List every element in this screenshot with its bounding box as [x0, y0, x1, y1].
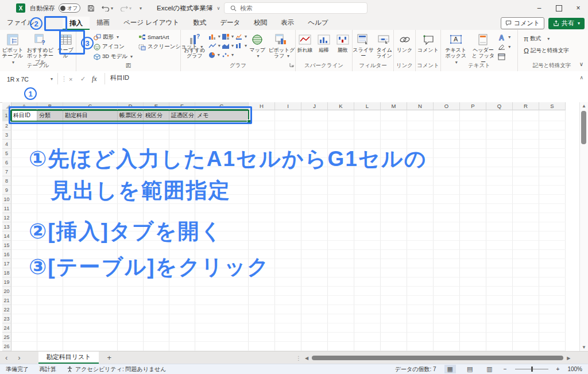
- cell-K18[interactable]: [328, 268, 354, 277]
- zoom-level[interactable]: 100%: [567, 366, 582, 372]
- cell-F26[interactable]: [169, 342, 195, 351]
- equation-button[interactable]: π 数式 ▾: [524, 34, 569, 43]
- view-normal-button[interactable]: ▦: [444, 365, 456, 373]
- cell-R8[interactable]: [513, 176, 539, 186]
- cell-C1[interactable]: 勘定科目: [63, 110, 118, 121]
- row-header-26[interactable]: 26: [2, 342, 11, 351]
- cell-J17[interactable]: [301, 259, 328, 268]
- cell-Q5[interactable]: [486, 149, 513, 158]
- cell-R16[interactable]: [513, 250, 539, 259]
- cell-S9[interactable]: [539, 186, 566, 195]
- cell-M20[interactable]: [381, 287, 407, 296]
- cell-A24[interactable]: [11, 323, 37, 333]
- cell-I19[interactable]: [275, 277, 301, 287]
- row-header-11[interactable]: 11: [2, 204, 11, 213]
- cell-S5[interactable]: [539, 149, 566, 158]
- cell-E25[interactable]: [144, 333, 169, 342]
- cell-N1[interactable]: [407, 110, 434, 121]
- cell-H13[interactable]: [249, 222, 275, 232]
- cell-P8[interactable]: [460, 176, 486, 186]
- cell-M14[interactable]: [381, 232, 407, 241]
- column-header-B[interactable]: B: [37, 102, 63, 110]
- cell-O9[interactable]: [434, 186, 460, 195]
- cell-P12[interactable]: [460, 213, 486, 222]
- cell-R12[interactable]: [513, 213, 539, 222]
- row-header-13[interactable]: 13: [2, 222, 11, 232]
- cell-K10[interactable]: [328, 195, 354, 204]
- cell-E3[interactable]: [144, 130, 169, 140]
- textbox-button[interactable]: A テキスト ボックス ▾: [443, 31, 469, 65]
- cell-K21[interactable]: [328, 296, 354, 305]
- row-header-12[interactable]: 12: [2, 213, 11, 222]
- cell-Q10[interactable]: [486, 195, 513, 204]
- cell-O14[interactable]: [434, 232, 460, 241]
- cell-A21[interactable]: [11, 296, 37, 305]
- cell-S19[interactable]: [539, 277, 566, 287]
- cell-F1[interactable]: 証憑区分: [169, 110, 195, 121]
- cell-N10[interactable]: [407, 195, 434, 204]
- cell-L10[interactable]: [354, 195, 381, 204]
- cell-A1[interactable]: 科目ID: [11, 110, 37, 121]
- cell-P2[interactable]: [460, 121, 486, 130]
- cell-S1[interactable]: [539, 110, 566, 121]
- cell-I24[interactable]: [275, 323, 301, 333]
- cell-N22[interactable]: [407, 305, 434, 314]
- cell-J23[interactable]: [301, 314, 328, 323]
- status-accessibility[interactable]: アクセシビリティ: 問題ありません: [67, 365, 167, 373]
- cell-M26[interactable]: [381, 342, 407, 351]
- column-header-K[interactable]: K: [328, 102, 354, 110]
- cell-R2[interactable]: [513, 121, 539, 130]
- cell-K14[interactable]: [328, 232, 354, 241]
- column-header-E[interactable]: E: [144, 102, 169, 110]
- cell-K15[interactable]: [328, 241, 354, 250]
- cell-O18[interactable]: [434, 268, 460, 277]
- cell-L19[interactable]: [354, 277, 381, 287]
- cell-A23[interactable]: [11, 314, 37, 323]
- bar-chart-button[interactable]: ▾: [235, 33, 247, 40]
- cell-P4[interactable]: [460, 140, 486, 149]
- cell-N15[interactable]: [407, 241, 434, 250]
- cell-L2[interactable]: [354, 121, 381, 130]
- cell-J25[interactable]: [301, 333, 328, 342]
- cell-D25[interactable]: [118, 333, 144, 342]
- cell-B22[interactable]: [37, 305, 63, 314]
- cell-H21[interactable]: [249, 296, 275, 305]
- cell-L17[interactable]: [354, 259, 381, 268]
- cell-I23[interactable]: [275, 314, 301, 323]
- cell-C24[interactable]: [63, 323, 118, 333]
- cell-S7[interactable]: [539, 167, 566, 176]
- charts-dialog-launcher-icon[interactable]: [289, 59, 294, 70]
- cell-E11[interactable]: [144, 204, 169, 213]
- pivottable-button[interactable]: ピボットテーブル ▾: [0, 31, 25, 65]
- cell-L22[interactable]: [354, 305, 381, 314]
- cell-C22[interactable]: [63, 305, 118, 314]
- cell-F3[interactable]: [169, 130, 195, 140]
- cell-L25[interactable]: [354, 333, 381, 342]
- column-header-F[interactable]: F: [169, 102, 195, 110]
- cell-K2[interactable]: [328, 121, 354, 130]
- cell-I25[interactable]: [275, 333, 301, 342]
- cell-Q14[interactable]: [486, 232, 513, 241]
- cell-J2[interactable]: [301, 121, 328, 130]
- cell-N17[interactable]: [407, 259, 434, 268]
- search-input[interactable]: 検索: [224, 2, 368, 14]
- cell-N19[interactable]: [407, 277, 434, 287]
- cell-O13[interactable]: [434, 222, 460, 232]
- cell-Q11[interactable]: [486, 204, 513, 213]
- cell-I3[interactable]: [275, 130, 301, 140]
- cell-M16[interactable]: [381, 250, 407, 259]
- cell-B20[interactable]: [37, 287, 63, 296]
- redo-button[interactable]: ▾: [120, 5, 131, 11]
- cell-R10[interactable]: [513, 195, 539, 204]
- cell-L15[interactable]: [354, 241, 381, 250]
- scrollbar-splitter-icon[interactable]: ⋮: [296, 355, 301, 361]
- cell-J8[interactable]: [301, 176, 328, 186]
- column-header-N[interactable]: N: [407, 102, 434, 110]
- cell-J24[interactable]: [301, 323, 328, 333]
- cell-O12[interactable]: [434, 213, 460, 222]
- cell-M25[interactable]: [381, 333, 407, 342]
- cell-H8[interactable]: [249, 176, 275, 186]
- cell-H11[interactable]: [249, 204, 275, 213]
- cell-P5[interactable]: [460, 149, 486, 158]
- column-header-S[interactable]: S: [539, 102, 566, 110]
